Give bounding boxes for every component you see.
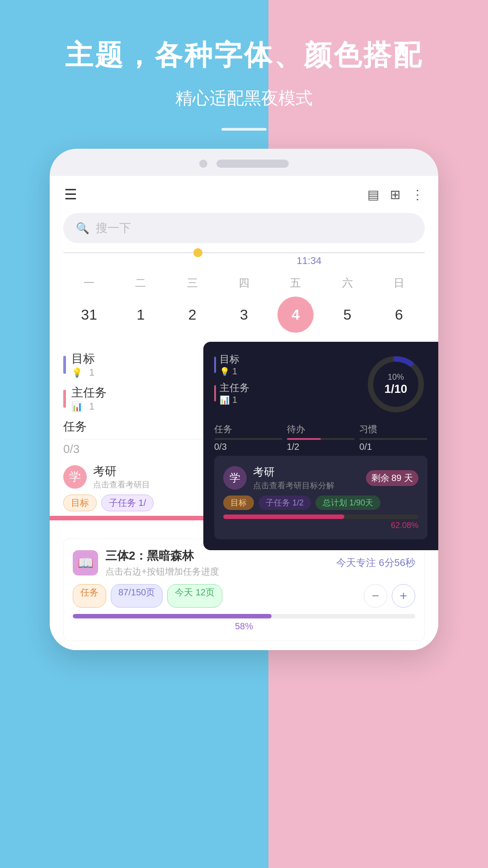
- dark-main-task-row: 主任务 📊 1: [214, 381, 357, 405]
- goal-bar: [63, 356, 66, 374]
- timeline-section: 11:34: [50, 252, 438, 276]
- day-wed: 三: [174, 276, 211, 290]
- book-card[interactable]: 📖 三体2：黑暗森林 点击右边+按钮增加任务进度 今天专注 6分56秒 任务 8…: [63, 538, 425, 641]
- dark-panel: 目标 💡 1 主任务: [203, 342, 438, 550]
- book-tag-1: 任务: [73, 584, 106, 608]
- main-task-label: 主任务: [71, 385, 107, 401]
- date-2[interactable]: 2: [174, 297, 211, 333]
- task-label: 任务: [63, 419, 87, 434]
- dark-goal-progress-fill: [223, 514, 344, 519]
- dark-habit-stat: 习惯 0/1: [359, 423, 427, 452]
- dark-main-chart-icon: 📊: [220, 395, 230, 405]
- circle-percent: 10%: [385, 373, 408, 382]
- date-6[interactable]: 6: [381, 297, 417, 333]
- dark-habit-label: 习惯: [359, 423, 427, 435]
- date-31[interactable]: 31: [71, 297, 107, 333]
- increment-button[interactable]: +: [392, 584, 415, 608]
- hero-subtitle: 精心适配黑夜模式: [0, 87, 488, 110]
- date-3[interactable]: 3: [226, 297, 262, 333]
- date-1[interactable]: 1: [122, 297, 159, 333]
- goal-label: 目标: [71, 351, 95, 367]
- hero-title: 主题，各种字体、颜色搭配: [0, 36, 488, 74]
- light-goal-avatar: 学: [63, 465, 87, 489]
- timeline-dot: [193, 248, 202, 257]
- dark-habit-progress: 0/1: [359, 442, 427, 452]
- timeline-line: [63, 252, 425, 253]
- search-bar[interactable]: 🔍 搜一下: [63, 213, 425, 243]
- book-controls: − +: [364, 584, 415, 608]
- dark-todo-stat: 待办 1/2: [287, 423, 355, 452]
- menu-icon[interactable]: ☰: [64, 186, 77, 203]
- phone-mockup: ☰ ▤ ⊞ ⋮ 🔍 搜一下 11:34 一 二 三 四: [50, 149, 438, 650]
- dark-goal-card-avatar: 学: [223, 466, 247, 490]
- main-task-count: 1: [89, 401, 94, 412]
- dark-goal-label: 目标: [220, 353, 239, 366]
- light-goal-tag-1: 目标: [63, 495, 97, 511]
- grid-view-icon[interactable]: ⊞: [390, 187, 400, 202]
- decrement-button[interactable]: −: [364, 584, 387, 608]
- light-goal-title: 考研: [93, 463, 150, 479]
- goal-bulb-icon: 💡: [71, 367, 83, 378]
- book-header: 📖 三体2：黑暗森林 点击右边+按钮增加任务进度 今天专注 6分56秒: [73, 548, 415, 578]
- top-action-icons: ▤ ⊞ ⋮: [367, 187, 424, 202]
- day-sun: 日: [381, 276, 417, 290]
- day-fri: 五: [277, 276, 314, 290]
- phone-top-bar: [50, 160, 438, 168]
- book-progress-label: 58%: [73, 621, 415, 632]
- circle-value: 1/10: [385, 382, 408, 396]
- dark-top-stats: 目标 💡 1 主任务: [214, 353, 427, 416]
- list-view-icon[interactable]: ▤: [367, 187, 379, 202]
- hero-section: 主题，各种字体、颜色搭配 精心适配黑夜模式: [0, 0, 488, 131]
- dark-goal-count: 1: [232, 366, 237, 377]
- week-dates: 31 1 2 3 4 5 6: [63, 297, 425, 333]
- dark-goal-bulb: 💡: [220, 367, 230, 377]
- dark-stats-grid: 任务 0/3 待办 1/2 习惯: [214, 423, 427, 452]
- dark-goal-tag-1: 目标: [223, 495, 254, 510]
- book-title: 三体2：黑暗森林: [105, 548, 329, 564]
- phone-camera-dot: [199, 160, 207, 168]
- main-task-bar: [63, 390, 66, 408]
- dark-main-task-label: 主任务: [220, 381, 249, 395]
- dark-todo-label: 待办: [287, 423, 355, 435]
- main-task-chart-icon: 📊: [71, 401, 83, 412]
- more-icon[interactable]: ⋮: [411, 187, 424, 202]
- dark-main-task-bar: [214, 385, 216, 401]
- dark-todo-bar-fill: [287, 438, 321, 440]
- hero-divider: [221, 128, 267, 131]
- dark-goal-bar: [214, 357, 216, 373]
- week-day-labels: 一 二 三 四 五 六 日: [63, 276, 425, 290]
- goal-count: 1: [89, 367, 94, 378]
- dark-goal-card[interactable]: 学 考研 点击查看考研目标分解 剩余 89 天 目标 子任务 1/: [214, 456, 427, 539]
- day-tue: 二: [122, 276, 159, 290]
- book-progress-fill: [73, 614, 272, 618]
- date-4-active[interactable]: 4: [277, 297, 314, 333]
- dark-goal-card-sub: 点击查看考研目标分解: [253, 480, 334, 491]
- dark-goal-card-header: 学 考研 点击查看考研目标分解 剩余 89 天: [223, 465, 418, 491]
- timeline-time: 11:34: [193, 255, 425, 267]
- circular-progress-widget: 10% 1/10: [364, 353, 427, 416]
- day-mon: 一: [71, 276, 107, 290]
- dark-task-stat: 任务 0/3: [214, 423, 282, 452]
- dark-goal-progress-label: 62.08%: [223, 521, 418, 530]
- dark-goal-tag-2: 子任务 1/2: [258, 495, 311, 510]
- book-tag-3: 今天 12页: [167, 584, 222, 608]
- dark-todo-progress: 1/2: [287, 442, 355, 452]
- book-subtitle: 点击右边+按钮增加任务进度: [105, 566, 329, 578]
- day-sat: 六: [329, 276, 366, 290]
- phone-speaker: [216, 160, 289, 168]
- dark-goal-tag-3: 总计划 1/90天: [315, 495, 380, 510]
- dark-goal-days: 剩余 89 天: [366, 470, 418, 486]
- dark-main-task-count: 1: [232, 395, 237, 405]
- date-5[interactable]: 5: [329, 297, 366, 333]
- book-progress-bar: [73, 614, 415, 618]
- dark-task-progress: 0/3: [214, 442, 282, 452]
- light-goal-sub: 点击查看考研目: [93, 479, 150, 490]
- light-goal-tag-2: 子任务 1/: [101, 495, 154, 511]
- dark-goal-row: 目标 💡 1: [214, 353, 357, 377]
- search-icon: 🔍: [76, 222, 89, 235]
- book-info: 三体2：黑暗森林 点击右边+按钮增加任务进度: [105, 548, 329, 578]
- dark-goal-main: 目标 💡 1 主任务: [214, 353, 357, 405]
- week-calendar: 一 二 三 四 五 六 日 31 1 2 3 4 5 6: [50, 276, 438, 342]
- dark-goal-card-title: 考研: [253, 465, 334, 479]
- split-panels: 目标 💡 1 主任务 📊 1: [50, 342, 438, 529]
